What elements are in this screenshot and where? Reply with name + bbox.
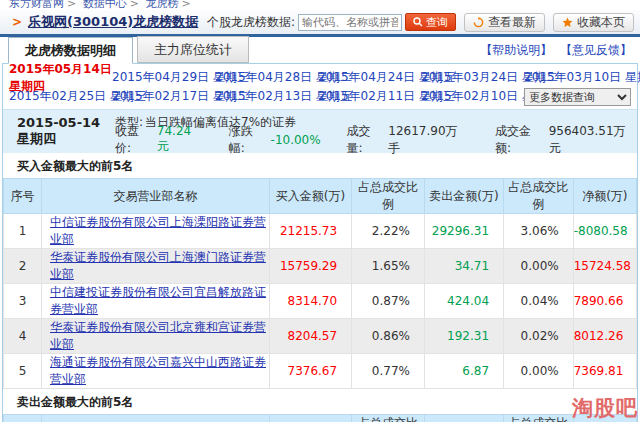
sell-pct-cell: 3.06% bbox=[504, 214, 574, 249]
rank-cell: 3 bbox=[4, 284, 42, 319]
query-button[interactable]: 查询 bbox=[405, 13, 456, 31]
col-header-buy-amount: 买入金额(万) bbox=[269, 415, 351, 422]
net-amount-cell: 7369.81 bbox=[573, 354, 636, 389]
date-link[interactable]: 2015年02月10日 星期二 bbox=[421, 88, 524, 105]
buy-pct-cell: 1.65% bbox=[352, 249, 425, 284]
help-link[interactable]: 【帮助说明】 bbox=[480, 43, 552, 57]
branch-cell: 华泰证券股份有限公司北京雍和宫证券营业部 bbox=[41, 319, 269, 354]
sell-table: 序号 交易营业部名称 买入金额(万) 占总成交比例 卖出金额(万) 占总成交比例… bbox=[3, 414, 637, 422]
table-row: 3中信建投证券股份有限公司宜昌解放路证券营业部8314.700.87%424.0… bbox=[4, 284, 637, 319]
turnover-value: 956403.51万元 bbox=[549, 123, 637, 157]
close-price-label: 收盘价: bbox=[115, 123, 155, 157]
date-link[interactable]: 2015年02月25日 星期三 bbox=[9, 88, 112, 105]
branch-link[interactable]: 海通证券股份有限公司嘉兴中山西路证券营业部 bbox=[50, 355, 266, 386]
watermark: 淘股吧 bbox=[572, 394, 638, 422]
title-arrow-icon: > bbox=[12, 15, 22, 29]
buy-amount-cell: 8204.57 bbox=[269, 319, 351, 354]
feedback-link[interactable]: 【意见反馈】 bbox=[560, 43, 632, 57]
buy-amount-cell: 21215.73 bbox=[269, 214, 351, 249]
sell-table-title: 卖出金额最大的前5名 bbox=[3, 389, 637, 414]
page-header: > 乐视网(300104)龙虎榜数据 个股龙虎榜数据: 查询 查看最新 收藏本页 bbox=[0, 10, 640, 37]
date-link[interactable]: 2015年02月11日 星期三 bbox=[318, 88, 421, 105]
breadcrumb-lhb-link[interactable]: 龙虎榜 bbox=[145, 0, 178, 10]
content-panel: 2015年05月14日 星期四 2015年04月29日 星期三 2015年04月… bbox=[2, 63, 638, 422]
page-title: 乐视网(300104)龙虎榜数据 bbox=[28, 13, 198, 31]
volume-label: 成交量: bbox=[346, 123, 386, 157]
refresh-icon bbox=[473, 17, 484, 28]
bookmark-star-icon bbox=[562, 17, 573, 28]
net-amount-cell: -8080.58 bbox=[573, 214, 636, 249]
branch-cell: 中信证券股份有限公司上海溧阳路证券营业部 bbox=[41, 214, 269, 249]
buy-table: 序号 交易营业部名称 买入金额(万) 占总成交比例 卖出金额(万) 占总成交比例… bbox=[3, 178, 637, 389]
breadcrumb-separator: > bbox=[67, 0, 76, 10]
col-header-branch: 交易营业部名称 bbox=[41, 415, 269, 422]
col-header-buy-pct: 占总成交比例 bbox=[352, 415, 425, 422]
breadcrumb-separator: > bbox=[181, 0, 190, 10]
rank-cell: 4 bbox=[4, 319, 42, 354]
turnover-label: 成交金额: bbox=[495, 123, 547, 157]
table-row: 1中信证券股份有限公司上海溧阳路证券营业部21215.732.22%29296.… bbox=[4, 214, 637, 249]
sell-pct-cell: 0.00% bbox=[504, 354, 574, 389]
table-row: 5海通证券股份有限公司嘉兴中山西路证券营业部7376.670.77%6.870.… bbox=[4, 354, 637, 389]
branch-link[interactable]: 华泰证券股份有限公司北京雍和宫证券营业部 bbox=[50, 320, 266, 351]
day-summary: 2015-05-14 星期四 类型: 当日跌幅偏离值达7%的证券 收盘价: 74… bbox=[3, 109, 637, 153]
more-dates-select[interactable]: 更多数据查询 bbox=[524, 88, 631, 106]
date-link[interactable]: 2015年04月24日 星期五 bbox=[318, 69, 421, 86]
search-icon bbox=[413, 17, 423, 27]
branch-link[interactable]: 中信建投证券股份有限公司宜昌解放路证券营业部 bbox=[50, 285, 266, 316]
date-link[interactable]: 2015年03月10日 星期二 bbox=[524, 69, 627, 86]
breadcrumb-separator: > bbox=[130, 0, 139, 10]
branch-cell: 华泰证券股份有限公司上海澳门路证券营业部 bbox=[41, 249, 269, 284]
buy-table-header-row: 序号 交易营业部名称 买入金额(万) 占总成交比例 卖出金额(万) 占总成交比例… bbox=[4, 179, 637, 214]
change-pct-label: 涨跌幅: bbox=[229, 123, 269, 157]
branch-cell: 中信建投证券股份有限公司宜昌解放路证券营业部 bbox=[41, 284, 269, 319]
branch-link[interactable]: 华泰证券股份有限公司上海澳门路证券营业部 bbox=[50, 250, 266, 281]
favorite-page-label: 收藏本页 bbox=[577, 14, 625, 31]
col-header-sell-pct: 占总成交比例 bbox=[504, 179, 574, 214]
close-price-value: 74.24元 bbox=[157, 124, 203, 155]
sell-table-header-row: 序号 交易营业部名称 买入金额(万) 占总成交比例 卖出金额(万) 占总成交比例… bbox=[4, 415, 637, 422]
buy-amount-cell: 15759.29 bbox=[269, 249, 351, 284]
view-latest-button[interactable]: 查看最新 bbox=[464, 13, 545, 32]
date-link[interactable]: 2015年04月28日 星期二 bbox=[215, 69, 318, 86]
buy-pct-cell: 0.87% bbox=[352, 284, 425, 319]
col-header-branch: 交易营业部名称 bbox=[41, 179, 269, 214]
sell-amount-cell: 424.04 bbox=[424, 284, 503, 319]
sell-amount-cell: 34.71 bbox=[424, 249, 503, 284]
buy-amount-cell: 7376.67 bbox=[269, 354, 351, 389]
table-row: 4华泰证券股份有限公司北京雍和宫证券营业部8204.570.86%192.310… bbox=[4, 319, 637, 354]
sell-amount-cell: 29296.31 bbox=[424, 214, 503, 249]
tab-lhb-detail[interactable]: 龙虎榜数据明细 bbox=[8, 37, 133, 64]
rank-cell: 5 bbox=[4, 354, 42, 389]
query-button-label: 查询 bbox=[426, 15, 448, 30]
branch-link[interactable]: 中信证券股份有限公司上海溧阳路证券营业部 bbox=[50, 215, 266, 246]
change-pct-value: -10.00% bbox=[271, 133, 321, 147]
sell-amount-cell: 6.87 bbox=[424, 354, 503, 389]
favorite-page-button[interactable]: 收藏本页 bbox=[553, 13, 634, 32]
date-list: 2015年05月14日 星期四 2015年04月29日 星期三 2015年04月… bbox=[3, 64, 637, 109]
col-header-net: 净额(万) bbox=[573, 179, 636, 214]
net-amount-cell: 8012.26 bbox=[573, 319, 636, 354]
sell-pct-cell: 0.00% bbox=[504, 249, 574, 284]
table-row: 2华泰证券股份有限公司上海澳门路证券营业部15759.291.65%34.710… bbox=[4, 249, 637, 284]
date-link[interactable]: 2015年02月17日 星期二 bbox=[112, 88, 215, 105]
stock-search-label: 个股龙虎榜数据: bbox=[207, 14, 295, 31]
breadcrumb: 东方财富网> 数据中心> 龙虎榜> bbox=[0, 0, 640, 10]
col-header-sell-amount: 卖出金额(万) bbox=[424, 179, 503, 214]
buy-pct-cell: 2.22% bbox=[352, 214, 425, 249]
view-latest-label: 查看最新 bbox=[488, 14, 536, 31]
col-header-rank: 序号 bbox=[4, 179, 42, 214]
breadcrumb-home-link[interactable]: 东方财富网 bbox=[9, 0, 64, 10]
tab-bar: 龙虎榜数据明细 主力席位统计 【帮助说明】 【意见反馈】 bbox=[0, 37, 640, 63]
date-link[interactable]: 2015年03月24日 星期二 bbox=[421, 69, 524, 86]
branch-cell: 海通证券股份有限公司嘉兴中山西路证券营业部 bbox=[41, 354, 269, 389]
date-link[interactable]: 2015年04月29日 星期三 bbox=[112, 69, 215, 86]
net-amount-cell: 7890.66 bbox=[573, 284, 636, 319]
stock-search-input[interactable] bbox=[298, 14, 402, 31]
breadcrumb-datacenter-link[interactable]: 数据中心 bbox=[83, 0, 127, 10]
date-link[interactable]: 2015年02月13日 星期五 bbox=[215, 88, 318, 105]
buy-table-title: 买入金额最大的前5名 bbox=[3, 153, 637, 178]
buy-pct-cell: 0.86% bbox=[352, 319, 425, 354]
tab-main-seat-stats[interactable]: 主力席位统计 bbox=[137, 36, 249, 63]
col-header-sell-amount: 卖出金额(万) bbox=[424, 415, 503, 422]
